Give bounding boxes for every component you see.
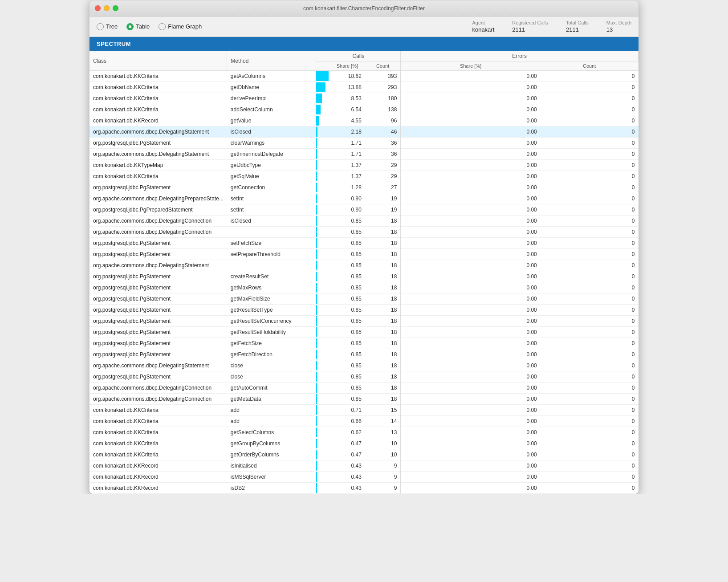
table-row[interactable]: org.postgresql.jdbc.PgStatement getFetch… [89, 349, 639, 360]
table-row[interactable]: com.konakart.db.KKCriteria getSqlValue 1… [89, 171, 639, 182]
table-row[interactable]: org.apache.commons.dbcp.DelegatingStatem… [89, 149, 639, 160]
table-row[interactable]: org.postgresql.jdbc.PgStatement getResul… [89, 327, 639, 338]
spectrum-label: SPECTRUM [97, 41, 131, 47]
bar-cell [316, 82, 329, 93]
errors-count-cell: 0 [541, 93, 639, 104]
bar-cell [316, 104, 329, 115]
table-row[interactable]: org.postgresql.jdbc.PgStatement clearWar… [89, 138, 639, 149]
flame-graph-tab[interactable]: Flame Graph [159, 23, 202, 30]
table-row[interactable]: com.konakart.db.KKCriteria getSelectColu… [89, 427, 639, 438]
bar-cell [316, 282, 329, 293]
max-depth-value: 13 [606, 26, 631, 33]
class-cell: org.postgresql.jdbc.PgStatement [89, 182, 227, 193]
table-row[interactable]: org.apache.commons.dbcp.DelegatingStatem… [89, 126, 639, 138]
table-row[interactable]: com.konakart.db.KKRecord isInitialised 0… [89, 460, 639, 472]
method-cell: getConnection [227, 182, 316, 193]
calls-share-cell: 0.43 [329, 460, 365, 472]
errors-count-cell: 0 [541, 260, 639, 271]
table-row[interactable]: org.postgresql.jdbc.PgStatement setPrepa… [89, 249, 639, 260]
class-cell: org.apache.commons.dbcp.DelegatingConnec… [89, 383, 227, 394]
table-row[interactable]: org.postgresql.jdbc.PgStatement getFetch… [89, 338, 639, 349]
errors-count-cell: 0 [541, 360, 639, 371]
table-tab[interactable]: Table [126, 23, 150, 30]
bar-cell [316, 71, 329, 82]
table-row[interactable]: com.konakart.db.KKTypeMap getJdbcType 1.… [89, 160, 639, 171]
bar-cell [316, 160, 329, 171]
table-row[interactable]: org.apache.commons.dbcp.DelegatingStatem… [89, 260, 639, 271]
method-cell: setInt [227, 193, 316, 204]
close-button[interactable] [95, 5, 101, 11]
method-cell: getValue [227, 115, 316, 126]
calls-share-cell: 0.85 [329, 327, 365, 338]
table-row[interactable]: org.apache.commons.dbcp.DelegatingStatem… [89, 360, 639, 371]
calls-share-cell: 0.85 [329, 383, 365, 394]
errors-share-cell: 0.00 [401, 349, 541, 360]
class-cell: org.postgresql.jdbc.PgPreparedStatement [89, 204, 227, 216]
calls-count-cell: 15 [365, 405, 401, 416]
agent-block: Agent konakart [472, 20, 494, 33]
bar-fill [316, 116, 319, 126]
data-table: Class Method Calls Errors Share [%] Coun… [89, 51, 639, 494]
method-cell: getGroupByColumns [227, 438, 316, 449]
table-row[interactable]: org.postgresql.jdbc.PgStatement getResul… [89, 305, 639, 316]
table-row[interactable]: org.postgresql.jdbc.PgPreparedStatement … [89, 204, 639, 216]
bar-cell [316, 126, 329, 138]
table-row[interactable]: org.postgresql.jdbc.PgStatement getMaxFi… [89, 293, 639, 305]
table-row[interactable]: org.postgresql.jdbc.PgStatement getResul… [89, 316, 639, 327]
table-row[interactable]: com.konakart.db.KKCriteria addSelectColu… [89, 104, 639, 115]
method-cell: getFetchDirection [227, 349, 316, 360]
maximize-button[interactable] [113, 5, 118, 11]
calls-share-cell: 0.90 [329, 193, 365, 204]
bar-fill [316, 294, 317, 304]
calls-count-cell: 18 [365, 238, 401, 249]
bar-fill [316, 171, 317, 181]
table-row[interactable]: org.postgresql.jdbc.PgStatement setFetch… [89, 238, 639, 249]
calls-share-cell: 1.37 [329, 160, 365, 171]
table-row[interactable]: com.konakart.db.KKRecord getValue 4.55 9… [89, 115, 639, 126]
table-row[interactable]: org.postgresql.jdbc.PgStatement getMaxRo… [89, 282, 639, 293]
bar-cell [316, 149, 329, 160]
calls-count-cell: 138 [365, 104, 401, 115]
errors-share-cell: 0.00 [401, 438, 541, 449]
table-row[interactable]: com.konakart.db.KKCriteria getDbName 13.… [89, 82, 639, 93]
errors-share-cell: 0.00 [401, 260, 541, 271]
class-cell: com.konakart.db.KKCriteria [89, 171, 227, 182]
table-row[interactable]: org.postgresql.jdbc.PgStatement close 0.… [89, 371, 639, 383]
errors-count-cell: 0 [541, 271, 639, 282]
table-row[interactable]: com.konakart.db.KKRecord isMSSqlServer 0… [89, 472, 639, 483]
errors-count-cell: 0 [541, 115, 639, 126]
table-row[interactable]: org.apache.commons.dbcp.DelegatingConnec… [89, 394, 639, 405]
table-row[interactable]: org.apache.commons.dbcp.DelegatingConnec… [89, 227, 639, 238]
table-row[interactable]: com.konakart.db.KKCriteria derivePeerImp… [89, 93, 639, 104]
table-row[interactable]: org.apache.commons.dbcp.DelegatingConnec… [89, 383, 639, 394]
calls-count-cell: 13 [365, 427, 401, 438]
method-cell: derivePeerImpl [227, 93, 316, 104]
table-row[interactable]: com.konakart.db.KKCriteria getGroupByCol… [89, 438, 639, 449]
calls-count-cell: 19 [365, 204, 401, 216]
class-cell: org.postgresql.jdbc.PgStatement [89, 271, 227, 282]
class-cell: com.konakart.db.KKCriteria [89, 93, 227, 104]
table-row[interactable]: com.konakart.db.KKCriteria getAsColumns … [89, 71, 639, 82]
table-row[interactable]: com.konakart.db.KKCriteria getOrderByCol… [89, 449, 639, 460]
errors-count-cell: 0 [541, 427, 639, 438]
calls-count-cell: 10 [365, 438, 401, 449]
class-cell: org.apache.commons.dbcp.DelegatingPrepar… [89, 193, 227, 204]
tree-tab[interactable]: Tree [97, 23, 118, 30]
bar-fill [316, 283, 317, 293]
table-row[interactable]: com.konakart.db.KKCriteria add 0.71 15 0… [89, 405, 639, 416]
minimize-button[interactable] [104, 5, 110, 11]
class-cell: com.konakart.db.KKCriteria [89, 82, 227, 93]
calls-count-cell: 293 [365, 82, 401, 93]
table-row[interactable]: com.konakart.db.KKRecord isDB2 0.43 9 0.… [89, 483, 639, 494]
data-table-container[interactable]: Class Method Calls Errors Share [%] Coun… [89, 51, 639, 494]
errors-count-cell: 0 [541, 138, 639, 149]
bar-fill [316, 316, 317, 326]
bar-fill [316, 94, 322, 103]
table-row[interactable]: org.apache.commons.dbcp.DelegatingPrepar… [89, 193, 639, 204]
table-row[interactable]: org.postgresql.jdbc.PgStatement createRe… [89, 271, 639, 282]
calls-share-cell: 0.47 [329, 449, 365, 460]
table-row[interactable]: org.apache.commons.dbcp.DelegatingConnec… [89, 216, 639, 227]
table-row[interactable]: com.konakart.db.KKCriteria add 0.66 14 0… [89, 416, 639, 427]
bar-cell [316, 405, 329, 416]
table-row[interactable]: org.postgresql.jdbc.PgStatement getConne… [89, 182, 639, 193]
